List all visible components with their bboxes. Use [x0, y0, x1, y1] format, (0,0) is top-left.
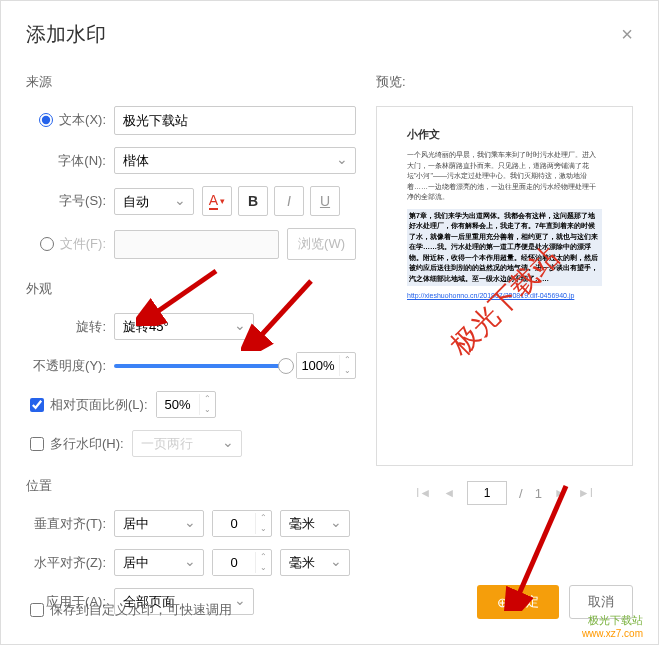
- site-badge: 极光下载站 www.xz7.com: [582, 613, 643, 639]
- multiline-select: 一页两行: [132, 430, 242, 457]
- preview-para1: 一个风光绮丽的早晨，我们乘车来到了时时污水处理厂。进入大门，一条林荫路直扑而来。…: [407, 150, 602, 203]
- pager-sep: /: [519, 486, 523, 501]
- font-select[interactable]: 楷体: [114, 147, 356, 174]
- text-radio[interactable]: 文本(X):: [39, 111, 106, 129]
- spin-down[interactable]: ⌄: [340, 366, 355, 376]
- save-custom-checkbox[interactable]: 保存到自定义水印，可快速调用: [30, 601, 232, 619]
- rotate-select[interactable]: 旋转45°: [114, 313, 254, 340]
- valign-num[interactable]: ⌃⌄: [212, 510, 272, 537]
- spin-up[interactable]: ⌃: [340, 355, 355, 365]
- underline-button[interactable]: U: [310, 186, 340, 216]
- preview-area: 小作文 一个风光绮丽的早晨，我们乘车来到了时时污水处理厂。进入大门，一条林荫路直…: [376, 106, 633, 466]
- dialog-title: 添加水印: [26, 21, 633, 48]
- preview-doc-title: 小作文: [407, 127, 602, 142]
- valign-unit[interactable]: 毫米: [280, 510, 350, 537]
- pager-first-icon[interactable]: I◄: [416, 486, 431, 500]
- pager-current[interactable]: [467, 481, 507, 505]
- rotate-label: 旋转:: [26, 318, 106, 336]
- size-label: 字号(S):: [26, 192, 106, 210]
- font-label: 字体(N):: [26, 152, 106, 170]
- pager-total: 1: [535, 486, 542, 501]
- pager: I◄ ◄ / 1 ► ►I: [376, 481, 633, 505]
- multiline-checkbox[interactable]: 多行水印(H):: [30, 435, 124, 453]
- bold-button[interactable]: B: [238, 186, 268, 216]
- valign-select[interactable]: 居中: [114, 510, 204, 537]
- opacity-slider[interactable]: [114, 364, 286, 368]
- close-icon[interactable]: ×: [621, 23, 633, 46]
- pager-next-icon[interactable]: ►: [554, 486, 566, 500]
- file-radio[interactable]: 文件(F):: [40, 235, 106, 253]
- appearance-section-label: 外观: [26, 280, 356, 298]
- valign-label: 垂直对齐(T):: [26, 515, 106, 533]
- ratio-input[interactable]: ⌃⌄: [156, 391, 216, 418]
- pager-prev-icon[interactable]: ◄: [443, 486, 455, 500]
- check-icon: ⊕: [497, 595, 508, 610]
- halign-unit[interactable]: 毫米: [280, 549, 350, 576]
- slider-handle[interactable]: [278, 358, 294, 374]
- file-path-input: [114, 230, 279, 259]
- preview-label: 预览:: [376, 73, 633, 91]
- pager-last-icon[interactable]: ►I: [578, 486, 593, 500]
- source-section-label: 来源: [26, 73, 356, 91]
- halign-num[interactable]: ⌃⌄: [212, 549, 272, 576]
- opacity-input[interactable]: ⌃⌄: [296, 352, 356, 379]
- position-section-label: 位置: [26, 477, 356, 495]
- watermark-text-input[interactable]: [114, 106, 356, 135]
- italic-button[interactable]: I: [274, 186, 304, 216]
- ratio-checkbox[interactable]: 相对页面比例(L):: [30, 396, 148, 414]
- size-select[interactable]: 自动: [114, 188, 194, 215]
- ok-button[interactable]: ⊕确定: [477, 585, 559, 619]
- halign-select[interactable]: 居中: [114, 549, 204, 576]
- opacity-label: 不透明度(Y):: [26, 357, 106, 375]
- font-color-button[interactable]: A▾: [202, 186, 232, 216]
- browse-button[interactable]: 浏览(W): [287, 228, 356, 260]
- halign-label: 水平对齐(Z):: [26, 554, 106, 572]
